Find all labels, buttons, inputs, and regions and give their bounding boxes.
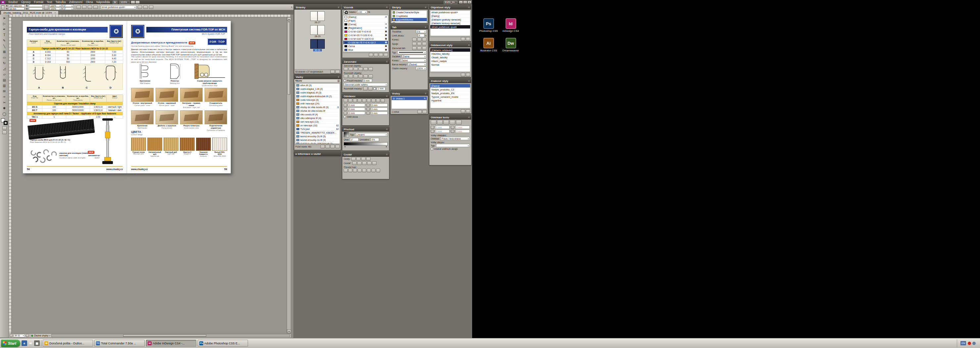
wrap-bounding-box-icon[interactable] <box>437 120 443 125</box>
object-style-item[interactable]: stínek podlahove vpusti <box>430 25 470 29</box>
gradient-stop-icon[interactable]: ▲ <box>344 145 346 147</box>
miter-limit-field[interactable]: 4 <box>418 34 425 37</box>
stroke-weight-field[interactable]: 0 b▾ <box>416 30 426 33</box>
delete-style-icon[interactable] <box>466 109 470 113</box>
page-thumbnail[interactable] <box>310 11 318 21</box>
link-item[interactable]: tesnici-krouzky-2s.tif (5) <box>295 134 340 138</box>
constrain-proportions-link-icon[interactable] <box>44 5 48 10</box>
stroke-end-select[interactable]: Žádné▾ <box>400 59 426 62</box>
flip-horizontal-icon[interactable] <box>88 5 92 9</box>
new-layer-icon[interactable] <box>417 110 422 114</box>
dist-gap-h-icon[interactable] <box>368 87 372 91</box>
hand-tool[interactable]: ✱ <box>1 105 8 111</box>
stroke-type-select[interactable]: ▾ <box>397 51 426 54</box>
p-justify-all-icon[interactable] <box>371 99 375 102</box>
p-align-spine-icon[interactable] <box>376 99 380 102</box>
offset-value-field[interactable]: 0 mm <box>455 126 470 129</box>
workspace-switcher[interactable]: EIZD_2x▾ <box>444 1 458 4</box>
rect-shape-icon[interactable] <box>344 169 348 172</box>
internet-explorer-icon[interactable]: e <box>22 340 27 346</box>
gap-tint-field[interactable]: 100%▾ <box>416 67 426 70</box>
normal-view-mode-icon[interactable] <box>2 126 6 130</box>
close-icon[interactable]: × <box>54 11 56 14</box>
dist-right-icon[interactable] <box>369 75 373 78</box>
spread-item[interactable]: 26-27 <box>310 11 325 24</box>
jump-next-column-icon[interactable] <box>456 120 461 125</box>
taskbar-button[interactable]: TC Total Commander 7.50a ... <box>94 340 145 347</box>
update-link-icon[interactable] <box>331 145 335 148</box>
new-swatch-icon[interactable] <box>379 53 383 57</box>
vertical-scrollbar[interactable]: ▲ ▼ <box>287 17 291 334</box>
join-path-icon[interactable] <box>351 157 356 161</box>
object-style-item[interactable]: [Základní textový rámeček] <box>430 22 470 25</box>
subtract-icon[interactable] <box>357 161 361 165</box>
document-viewport[interactable]: Гарпун-скоба для крепления к изоляции Fl… <box>11 17 287 334</box>
close-path-icon[interactable] <box>361 157 366 161</box>
delete-page-icon[interactable] <box>336 70 340 73</box>
rotate-90-cw-icon[interactable] <box>76 5 81 9</box>
delete-style-icon[interactable] <box>466 73 470 77</box>
use-spacing-checkbox[interactable] <box>374 88 376 90</box>
swatch-row[interactable]: [Registrační] ⊕ <box>343 26 388 30</box>
panel-menu-icon[interactable]: ≡ <box>386 128 388 131</box>
intersect-icon[interactable] <box>362 161 366 165</box>
language-indicator[interactable]: EN <box>961 341 966 345</box>
script-item[interactable]: ExportAllStories <box>392 18 427 22</box>
p-align-center-icon[interactable] <box>348 99 352 102</box>
line-shape-icon[interactable] <box>376 169 380 172</box>
paragraph-value-field[interactable]: 0 mm <box>371 104 388 107</box>
object-style-item[interactable]: [Žádný] <box>430 14 470 18</box>
align-top-icon[interactable] <box>359 67 363 71</box>
include-inside-edges-checkbox[interactable] <box>431 148 433 150</box>
pen-tool[interactable]: ✒ <box>1 27 8 32</box>
paragraph-value-field[interactable]: 0 mm <box>348 107 365 111</box>
window-control-button[interactable]: □ <box>463 1 467 4</box>
desktop-icon[interactable]: Dw Dreamweaver <box>501 38 521 52</box>
relink-icon[interactable] <box>320 145 325 148</box>
character-style-item[interactable]: Nadpis_produktu_CZ <box>430 88 470 91</box>
object-style-item[interactable]: stínek podlahova vpusti+ <box>430 11 470 14</box>
object-style-select[interactable]: stínek podlahova vpusti+▾ <box>101 5 137 9</box>
preview-mode-icon[interactable] <box>2 131 6 134</box>
bridge-button[interactable]: Br <box>113 1 118 4</box>
jump-object-icon[interactable] <box>450 120 455 125</box>
offset-value-field[interactable]: 0 mm <box>455 129 470 133</box>
gradient-tool[interactable]: ▤ <box>1 77 8 83</box>
show-all-swatches-icon[interactable] <box>369 53 373 57</box>
gradient-type-select[interactable]: Lineární▾ <box>355 133 388 136</box>
bevel-join-icon[interactable] <box>422 42 426 46</box>
align-to-select[interactable]: Zarovnat podle výběru▾ <box>344 83 388 86</box>
new-style-icon[interactable] <box>461 73 465 77</box>
start-button[interactable]: Start <box>1 339 20 347</box>
link-item[interactable]: voda new.eps (3) <box>295 98 340 102</box>
menu-item[interactable]: Zobrazení <box>68 0 84 4</box>
link-item[interactable]: TUV.psd 62 <box>295 127 340 131</box>
link-item[interactable]: vlozky do vika svodu.tif (3) 6 <box>295 105 340 109</box>
show-desktop-icon[interactable]: ▦ <box>34 340 40 346</box>
type-tool[interactable]: T <box>1 32 8 38</box>
scissors-tool[interactable]: ✂ <box>1 100 8 105</box>
menu-item[interactable]: Formát <box>32 0 45 4</box>
use-spacing-checkbox[interactable] <box>344 80 346 82</box>
paragraph-style-item[interactable]: Hlavní_nadpis <box>430 59 470 63</box>
stroke-center-icon[interactable] <box>412 46 417 50</box>
page-thumbnail[interactable] <box>318 39 325 49</box>
tint-field[interactable]: 100▾ <box>357 10 367 14</box>
miter-join-icon[interactable] <box>412 42 417 46</box>
link-item[interactable]: vodni-klapka1.tif (3) <box>295 91 340 94</box>
hyphenate-checkbox[interactable] <box>344 116 346 118</box>
align-center-v-icon[interactable] <box>364 67 368 71</box>
taskbar-button[interactable]: Id Adobe InDesign CS4 -... <box>146 340 196 347</box>
script-item[interactable]: CropMarks <box>392 14 427 18</box>
volume-tray-icon[interactable] <box>972 342 976 345</box>
paragraph-style-item[interactable]: Normál <box>430 63 470 67</box>
shear-angle-field[interactable]: 0°▾ <box>63 7 73 10</box>
swatch-row[interactable]: C=100 M=75 Y=0 K=10 2 ▣ <box>343 41 388 45</box>
page-thumbnail[interactable] <box>318 11 325 21</box>
outlook-icon[interactable]: ✉ <box>28 340 33 346</box>
panel-menu-icon[interactable]: ≡ <box>468 6 470 9</box>
page-thumbnail[interactable] <box>310 39 318 49</box>
pencil-tool[interactable]: ✎ <box>1 38 8 43</box>
panel-menu-icon[interactable]: ≡ <box>338 75 339 78</box>
swatch-row[interactable]: C=0 M=100 Y=100 K=0 ▣ <box>343 37 388 41</box>
